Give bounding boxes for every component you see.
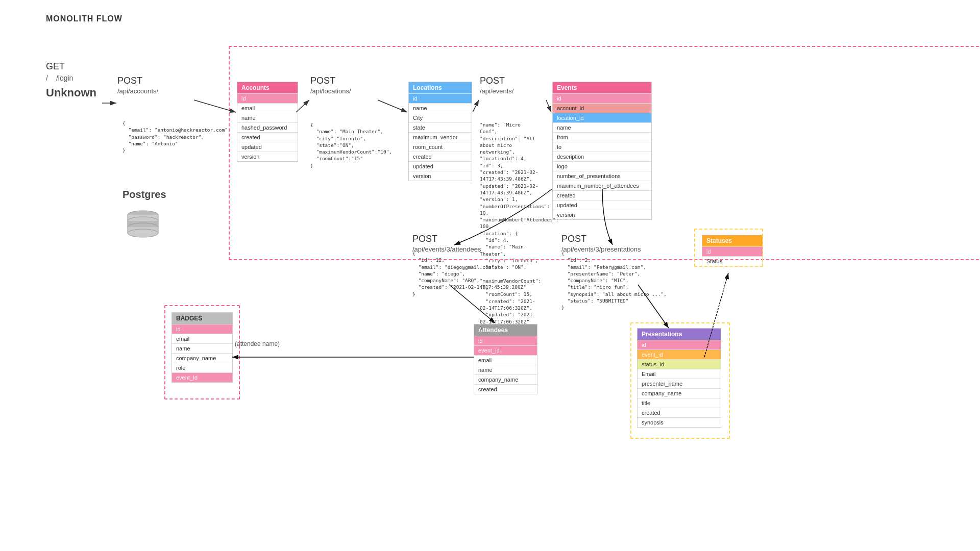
post1-path: /api/accounts/ <box>117 87 158 95</box>
accounts-email: email <box>237 103 298 113</box>
accounts-hashed-password: hashed_password <box>237 122 298 132</box>
locations-room-count: room_count <box>409 142 472 152</box>
post1-json: { "email": "antonio@hackreactor.com", "p… <box>122 120 231 154</box>
locations-created: created <box>409 152 472 161</box>
events-account-id: account_id <box>553 103 651 113</box>
locations-table: Locations id name City state maximum_ven… <box>408 82 472 181</box>
statuses-id: id <box>702 246 763 256</box>
post2-json: { "name": "Main Theater", "city":"Toront… <box>310 121 392 169</box>
presentations-presenter-name: presenter_name <box>638 379 721 388</box>
badges-email: email <box>172 334 232 343</box>
badges-header: BADGES <box>172 313 232 324</box>
statuses-table: Statuses id Status <box>702 235 763 266</box>
locations-name: name <box>409 103 472 113</box>
svg-point-6 <box>128 229 158 237</box>
badges-event-id: event_Id <box>172 372 232 382</box>
unknown-label: Unknown <box>46 86 96 99</box>
accounts-version: version <box>237 152 298 161</box>
presentations-id: id <box>638 340 721 349</box>
badges-company-name: company_name <box>172 353 232 363</box>
attendees-event-id: event_id <box>474 345 537 355</box>
presentations-email: Email <box>638 369 721 379</box>
events-logo: logo <box>553 161 651 171</box>
attendees-created: created <box>474 384 537 394</box>
route-line: / /login <box>46 74 96 82</box>
presentations-synopsis: synopsis <box>638 417 721 427</box>
attendees-company-name: company_name <box>474 374 537 384</box>
events-to: to <box>553 142 651 152</box>
post1-method: POST <box>117 76 158 86</box>
attendees-email: email <box>474 355 537 365</box>
postgres-label: Postgres <box>122 189 166 201</box>
events-name: name <box>553 122 651 132</box>
attendee-note: (attendee name) <box>235 340 280 347</box>
events-max-attendees: maximum_number_of_attendees <box>553 181 651 190</box>
post3-json: "name": "Micro Conf", "description": "Al… <box>480 121 541 332</box>
locations-version: version <box>409 171 472 181</box>
statuses-status: Status <box>702 256 763 266</box>
presentations-created: created <box>638 408 721 417</box>
presentations-company-name: company_name <box>638 388 721 398</box>
statuses-header: Statuses <box>702 235 763 246</box>
post2-method: POST <box>310 76 351 86</box>
post4-json: { "id": 12, "email": "diego@gmail.com", … <box>412 250 526 297</box>
postgres-section: Postgres <box>122 189 166 248</box>
accounts-created: created <box>237 132 298 142</box>
route-slash: / <box>46 74 48 82</box>
presentations-event-id: event_id <box>638 349 721 359</box>
locations-updated: updated <box>409 161 472 171</box>
events-table: Events id account_id location_id name fr… <box>552 82 652 220</box>
badges-id: id <box>172 324 232 334</box>
svg-line-16 <box>546 100 551 112</box>
locations-max-vendor: maximum_vendor <box>409 132 472 142</box>
postgres-db-icon <box>122 206 163 246</box>
accounts-header: Accounts <box>237 82 298 93</box>
locations-city: City <box>409 113 472 122</box>
route-path: /login <box>56 74 73 82</box>
presentations-header: Presentations <box>638 329 721 340</box>
events-num-presentations: number_of_presentations <box>553 171 651 181</box>
events-description: description <box>553 152 651 161</box>
events-header: Events <box>553 82 651 93</box>
accounts-updated: updated <box>237 142 298 152</box>
page-title: MONOLITH FLOW <box>46 14 122 23</box>
badges-table: BADGES id email name company_name role e… <box>172 312 233 383</box>
post3-method: POST <box>480 76 514 86</box>
post5-method: POST <box>561 234 641 244</box>
post4-method: POST <box>412 234 481 244</box>
post3-label: POST /api/events/ <box>480 76 514 95</box>
accounts-name: name <box>237 113 298 122</box>
events-from: from <box>553 132 651 142</box>
badges-name: name <box>172 343 232 353</box>
locations-state: state <box>409 122 472 132</box>
events-created: created <box>553 190 651 200</box>
events-id: id <box>553 93 651 103</box>
accounts-id: id <box>237 93 298 103</box>
presentations-title: title <box>638 398 721 408</box>
post2-label: POST /api/locations/ <box>310 76 351 95</box>
locations-header: Locations <box>409 82 472 93</box>
get-section: GET / /login Unknown <box>46 61 96 99</box>
post5-json: { "id": 2, "email": "Peter@gmail.com", "… <box>561 250 667 311</box>
post2-path: /api/locations/ <box>310 87 351 95</box>
badges-role: role <box>172 363 232 372</box>
presentations-status-id: status_id <box>638 359 721 369</box>
attendees-name: name <box>474 365 537 374</box>
events-version: version <box>553 210 651 219</box>
svg-line-14 <box>378 100 407 112</box>
svg-line-12 <box>194 100 236 112</box>
locations-id: id <box>409 93 472 103</box>
events-location-id: location_id <box>553 113 651 122</box>
get-method: GET <box>46 61 96 72</box>
attendees-id: id <box>474 336 537 345</box>
attendees-table: Attendees id event_id email name company… <box>474 324 537 394</box>
svg-line-15 <box>473 100 479 112</box>
presentations-table: Presentations id event_id status_id Emai… <box>637 328 721 428</box>
post3-path: /api/events/ <box>480 87 514 95</box>
post1-label: POST /api/accounts/ <box>117 76 158 95</box>
accounts-table: Accounts id email name hashed_password c… <box>237 82 298 162</box>
events-updated: updated <box>553 200 651 210</box>
